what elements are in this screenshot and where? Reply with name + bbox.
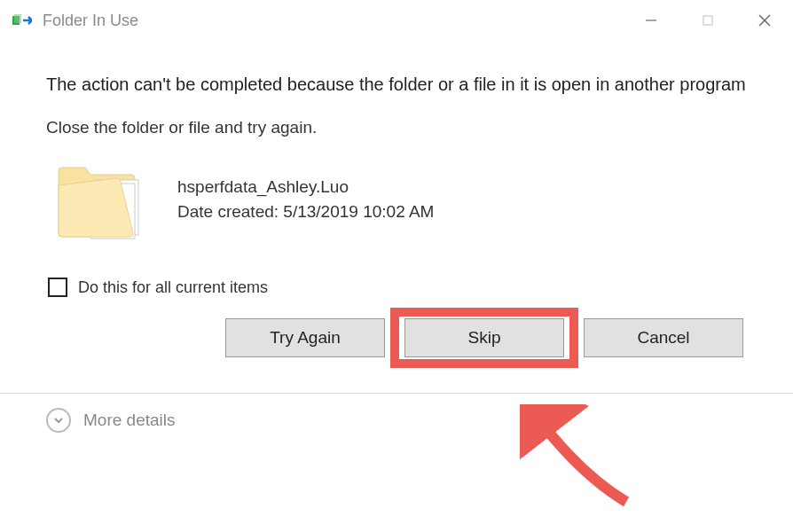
svg-rect-1: [14, 14, 21, 23]
app-icon: [12, 12, 32, 28]
apply-all-label: Do this for all current items: [78, 278, 268, 297]
skip-button[interactable]: Skip: [404, 318, 564, 357]
item-date: Date created: 5/13/2019 10:02 AM: [177, 200, 434, 224]
titlebar: Folder In Use: [0, 0, 793, 41]
apply-all-row: Do this for all current items: [46, 278, 747, 297]
folder-icon: [55, 155, 153, 244]
chevron-down-icon[interactable]: [46, 408, 71, 433]
minimize-button[interactable]: [623, 0, 679, 41]
window-controls: [623, 0, 793, 41]
button-row: Try Again Skip Cancel: [46, 318, 747, 357]
instruction-text: Close the folder or file and try again.: [46, 118, 747, 137]
item-info: hsperfdata_Ashley.Luo Date created: 5/13…: [177, 175, 434, 223]
item-row: hsperfdata_Ashley.Luo Date created: 5/13…: [46, 150, 747, 253]
close-button[interactable]: [736, 0, 793, 41]
item-name: hsperfdata_Ashley.Luo: [177, 175, 434, 200]
footer: More details: [0, 394, 793, 447]
more-details-link[interactable]: More details: [83, 411, 176, 430]
window-title: Folder In Use: [43, 12, 138, 30]
dialog-content: The action can't be completed because th…: [0, 41, 793, 366]
error-heading: The action can't be completed because th…: [46, 73, 747, 97]
cancel-button[interactable]: Cancel: [584, 318, 743, 357]
svg-rect-3: [703, 16, 712, 25]
apply-all-checkbox[interactable]: [48, 278, 67, 297]
try-again-button[interactable]: Try Again: [225, 318, 385, 357]
maximize-button[interactable]: [679, 0, 736, 41]
